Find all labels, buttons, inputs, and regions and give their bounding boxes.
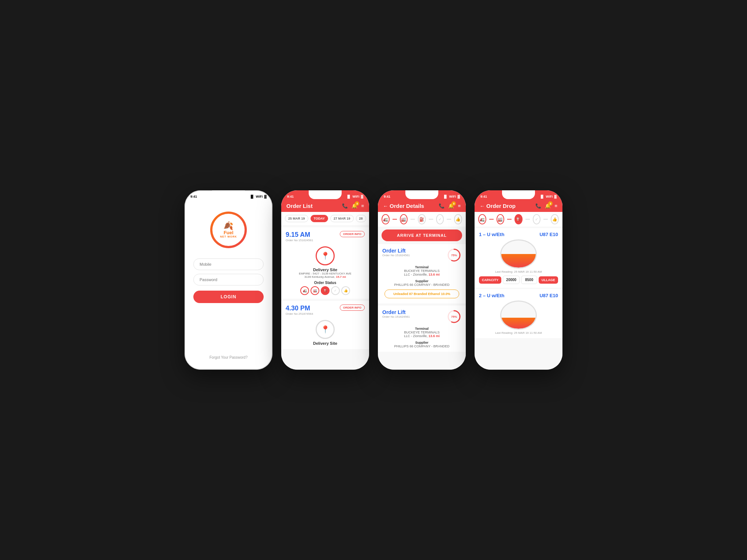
forgot-password-link[interactable]: Forgot Your Password? bbox=[209, 355, 248, 362]
step-line-2 bbox=[507, 219, 512, 220]
step-icons-row-drop: 🚛 🏭 ⛽ ✓ 👍 bbox=[475, 212, 562, 227]
order-status-label: Order Status bbox=[286, 281, 365, 285]
status-dot-thumb: 👍 bbox=[341, 286, 350, 295]
bell-icon[interactable]: 🔔 8 bbox=[448, 203, 454, 209]
order-info-btn-1[interactable]: ORDER INFO bbox=[340, 231, 365, 237]
logo-text-network: NET WORK bbox=[220, 235, 237, 238]
step-check-icon: ✓ bbox=[436, 214, 444, 224]
signal-icon: ▐▌ bbox=[443, 195, 448, 198]
logo-circle: 🍂 Fuel NET WORK bbox=[210, 212, 247, 248]
menu-icon[interactable]: ≡ bbox=[361, 203, 364, 209]
tank-number-1: 1 – U w/Eth bbox=[479, 232, 504, 237]
step-gas-icon: ⛽ bbox=[514, 214, 523, 224]
phones-container: 9:41 ▐▌ WiFi ▓ 🍂 Fuel NET WORK LOGIN bbox=[170, 176, 577, 384]
menu-icon[interactable]: ≡ bbox=[554, 203, 557, 209]
delivery-site-label-1: Delivery Site bbox=[286, 268, 365, 272]
wifi-icon: WiFi bbox=[353, 195, 360, 198]
battery-icon: ▓ bbox=[361, 195, 363, 198]
ring-text-2: 75% bbox=[451, 315, 457, 318]
order-list-header: Order List 📞 🔔 8 ≡ bbox=[281, 201, 369, 212]
step-factory-icon: 🏭 bbox=[497, 214, 505, 224]
tank-card-2: 2 – U w/Eth U87 E10 Last Reading: 25 MAR… bbox=[475, 289, 562, 338]
fuel-type-badge-1: Unleaded 87 Branded Ethanol 10.0% bbox=[384, 290, 459, 298]
order-time-2: 4.30 PM bbox=[286, 305, 313, 312]
phone-login: 9:41 ▐▌ WiFi ▓ 🍂 Fuel NET WORK LOGIN bbox=[185, 190, 272, 370]
status-dot-check: ✓ bbox=[331, 286, 340, 295]
time: 9:41 bbox=[384, 195, 390, 198]
order-no-1: Order No 151624561 bbox=[286, 239, 313, 242]
mobile-input[interactable] bbox=[193, 258, 264, 270]
order-lift-no-2: Order No 151624561 bbox=[382, 315, 410, 318]
menu-icon[interactable]: ≡ bbox=[458, 203, 461, 209]
step-line-1 bbox=[393, 219, 397, 220]
order-lift-no-1: Order No 151624561 bbox=[382, 254, 410, 257]
phone-order-drop: 9:41 ▐▌ WiFi ▓ ← Order Drop 📞 🔔 bbox=[475, 190, 562, 370]
date-tab-today[interactable]: TODAY bbox=[311, 215, 328, 222]
login-button[interactable]: LOGIN bbox=[193, 291, 264, 303]
capacity-value-1: 20000 bbox=[503, 276, 520, 284]
wifi-icon: WiFi bbox=[449, 195, 456, 198]
date-tab-0[interactable]: 25 MAR 19 bbox=[285, 215, 308, 222]
signal-icon: ▐▌ bbox=[346, 195, 351, 198]
ullage-btn-1[interactable]: ULLAGE bbox=[539, 276, 558, 284]
phone-icon[interactable]: 📞 bbox=[342, 203, 348, 209]
back-arrow-icon[interactable]: ← bbox=[480, 203, 485, 209]
bell-icon[interactable]: 🔔 8 bbox=[352, 203, 357, 209]
tank-reading-1: Last Reading: 25 MAR 19 11:50 AM bbox=[479, 270, 558, 273]
step-line-2 bbox=[410, 219, 415, 220]
order-drop-header: ← Order Drop 📞 🔔 8 ≡ bbox=[475, 201, 562, 212]
tank-fill-1 bbox=[501, 254, 536, 268]
phone-icon[interactable]: 📞 bbox=[439, 203, 445, 209]
step-line-4 bbox=[543, 219, 548, 220]
step-thumb-icon: 👍 bbox=[551, 214, 559, 224]
phone-order-details: 9:41 ▐▌ WiFi ▓ ← Order Details 📞 🔔 bbox=[378, 190, 466, 370]
tank-type-2: U87 E10 bbox=[539, 293, 558, 298]
order-drop-screen: ← Order Drop 📞 🔔 8 ≡ 🚛 bbox=[475, 201, 562, 370]
current-value-1: 8500 bbox=[521, 276, 537, 284]
step-truck-icon: 🚛 bbox=[478, 214, 486, 224]
battery-icon: ▓ bbox=[264, 195, 267, 198]
order-details-header: ← Order Details 📞 🔔 8 ≡ bbox=[378, 201, 466, 212]
status-icons: ▐▌ WiFi ▓ bbox=[346, 195, 363, 198]
signal-icon: ▐▌ bbox=[540, 195, 545, 198]
order-card-2: 4.30 PM Order No 251874564 ORDER INFO 📍 … bbox=[281, 301, 369, 349]
wifi-icon: WiFi bbox=[256, 195, 263, 198]
order-list-content: Order List 📞 🔔 8 ≡ 25 MAR 19 TODAY 27 MA… bbox=[281, 201, 369, 370]
notch bbox=[309, 190, 342, 199]
pin-icon-1: 📍 bbox=[321, 251, 330, 260]
date-tabs: 25 MAR 19 TODAY 27 MAR 19 28 bbox=[281, 212, 369, 225]
supplier-label-1: Supplier bbox=[382, 279, 461, 283]
header-left: ← Order Drop bbox=[480, 203, 516, 209]
tank-header-2: 2 – U w/Eth U87 E10 bbox=[479, 293, 558, 298]
step-line-4 bbox=[447, 219, 451, 220]
arrive-at-terminal-btn[interactable]: ARRIVE AT TERMINAL bbox=[382, 229, 462, 241]
terminal-label-2: Terminal bbox=[382, 327, 461, 331]
phone-icon[interactable]: 📞 bbox=[535, 203, 541, 209]
order-details-screen: ← Order Details 📞 🔔 8 ≡ 🚛 bbox=[378, 201, 466, 370]
tank-header-1: 1 – U w/Eth U87 E10 bbox=[479, 232, 558, 237]
terminal-label-1: Terminal bbox=[382, 265, 461, 269]
back-arrow-icon[interactable]: ← bbox=[383, 203, 388, 209]
header-icons: 📞 🔔 8 ≡ bbox=[342, 203, 364, 209]
notch bbox=[405, 190, 438, 199]
date-tab-2[interactable]: 27 MAR 19 bbox=[330, 215, 354, 222]
logo-text-fuel: Fuel bbox=[220, 230, 237, 235]
terminal-dist-2: 13.6 mi bbox=[428, 334, 440, 338]
supplier-label-2: Supplier bbox=[382, 341, 461, 344]
step-icons-row: 🚛 🏭 ⛽ ✓ 👍 bbox=[378, 212, 466, 227]
notification-badge: 8 bbox=[355, 201, 359, 206]
delivery-icon-circle-2: 📍 bbox=[316, 320, 335, 339]
tank-type-1: U87 E10 bbox=[539, 232, 558, 237]
password-input[interactable] bbox=[193, 274, 264, 285]
order-time-1: 9.15 AM bbox=[286, 231, 313, 239]
order-drop-content: ← Order Drop 📞 🔔 8 ≡ 🚛 bbox=[475, 201, 562, 370]
order-card-1: 9.15 AM Order No 151624561 ORDER INFO 📍 … bbox=[281, 227, 369, 299]
logo-inner: 🍂 Fuel NET WORK bbox=[220, 221, 237, 238]
date-tab-3[interactable]: 28 bbox=[356, 215, 366, 222]
bell-icon[interactable]: 🔔 8 bbox=[545, 203, 551, 209]
capacity-btn-1[interactable]: CAPACITY bbox=[479, 276, 501, 284]
tank-card-1: 1 – U w/Eth U87 E10 Last Reading: 25 MAR… bbox=[475, 228, 562, 288]
notification-badge: 8 bbox=[451, 201, 456, 206]
order-info-btn-2[interactable]: ORDER INFO bbox=[340, 305, 365, 311]
battery-icon: ▓ bbox=[457, 195, 460, 198]
